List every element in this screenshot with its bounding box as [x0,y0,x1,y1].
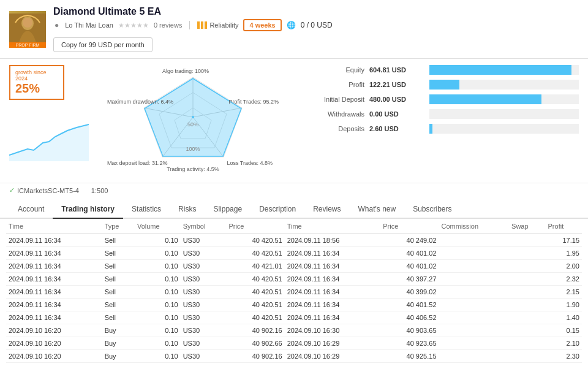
rel-bar-3 [205,21,207,29]
table-cell [509,247,545,260]
drawdown-label: Maximum drawdown: 6.4% [107,99,173,105]
profit-row: Profit 122.21 USD [297,80,579,90]
table-cell: 2024.09.11 16:34 [6,234,102,247]
table-body: 2024.09.11 16:34Sell0.10US3040 420.51202… [6,234,582,367]
growth-label: growth since 2024 [15,69,58,82]
tab-whats-new[interactable]: What's new [350,200,405,219]
table-row: 2024.09.11 16:34Sell0.10US3040 420.51202… [6,247,582,260]
table-cell: Buy [102,350,135,363]
table-cell: US30 [181,234,227,247]
table-row: 2024.09.11 16:34Sell0.10US3040 420.51202… [6,234,582,247]
table-cell: 40 421.01 [226,260,284,273]
table-cell [509,324,545,337]
currency-icon: 🌐 [287,21,296,29]
table-cell [439,299,510,311]
tab-reviews[interactable]: Reviews [304,200,349,219]
svg-text:50%: 50% [187,121,198,128]
table-cell: 2024.09.10 16:20 [6,363,102,367]
table-cell: 0.10 [135,299,181,311]
radar-svg: 50% 100% [101,65,285,169]
table-row: 2024.09.11 16:34Sell0.10US3040 420.51202… [6,273,582,286]
table-cell: US30 [181,311,227,324]
check-icon: ✓ [9,186,15,194]
table-cell: US30 [181,286,227,299]
table-cell: Sell [102,286,135,299]
table-cell: US30 [181,260,227,273]
table-cell: 17.15 [546,234,582,247]
table-cell: US30 [181,363,227,367]
weeks-badge[interactable]: 4 weeks [243,19,281,31]
table-cell: 0.10 [135,350,181,363]
table-cell: 2024.09.10 16:29 [285,337,381,350]
table-cell: 2024.09.11 16:34 [285,273,381,286]
tab-account[interactable]: Account [9,200,53,219]
table-cell: 40 397.27 [380,273,439,286]
server-name-container: ✓ ICMarketsSC-MT5-4 [9,186,79,194]
table-cell: 2024.09.10 16:20 [6,350,102,363]
initial-deposit-row: Initial Deposit 480.00 USD [297,94,579,104]
table-cell: 40 420.51 [226,286,284,299]
withdrawals-value: 0.00 USD [369,110,424,118]
table-cell [509,286,545,299]
table-cell: 40 420.51 [226,299,284,311]
table-cell: US30 [181,350,227,363]
withdrawals-bar-container [429,109,579,119]
table-cell [439,260,510,273]
header-section: PROP FIRM Diamond Ultimate 5 EA ● Lo Thi… [0,0,588,59]
stats-panel: Equity 604.81 USD Profit 122.21 USD Init… [297,65,579,177]
table-cell: 2024.09.10 16:20 [6,324,102,337]
withdrawals-row: Withdrawals 0.00 USD [297,109,579,119]
avatar-graphic [9,13,46,45]
deposits-value: 2.60 USD [369,125,424,132]
table-cell [439,311,510,324]
table-cell: 40 420.51 [226,273,284,286]
equity-row: Equity 604.81 USD [297,65,579,75]
equity-value: 604.81 USD [369,66,424,74]
tab-description[interactable]: Description [251,200,304,219]
table-cell: 40 420.51 [226,247,284,260]
table-cell: 2024.09.10 16:30 [285,324,381,337]
tab-trading-history[interactable]: Trading history [53,200,123,219]
profit-trades-label: Profit Trades: 95.2% [228,99,279,105]
table-cell: 2024.09.11 16:34 [285,299,381,311]
tab-risks[interactable]: Risks [170,200,205,219]
tab-slippage[interactable]: Slippage [205,200,251,219]
th-price-open: Price [226,219,284,234]
table-cell: Buy [102,324,135,337]
th-symbol: Symbol [181,219,227,234]
table-cell [509,273,545,286]
table-cell: 2.00 [546,260,582,273]
tab-subscribers[interactable]: Subscribers [404,200,460,219]
table-cell: 40 902.16 [226,350,284,363]
table-cell: US30 [181,299,227,311]
th-commission: Commission [439,219,510,234]
table-cell [509,363,545,367]
table-cell: 40 399.02 [380,286,439,299]
table-row: 2024.09.11 16:34Sell0.10US3040 420.51202… [6,286,582,299]
table-cell [509,260,545,273]
table-row: 2024.09.10 16:20Buy0.10US3040 902.662024… [6,337,582,350]
radar-area: 50% 100% Algo trading: 100% Profit Trade… [95,65,291,177]
table-cell: 2024.09.11 16:34 [6,311,102,324]
table-cell: Sell [102,299,135,311]
table-cell: 1.40 [546,311,582,324]
svg-point-2 [23,18,32,28]
table-row: 2024.09.10 16:20Buy0.10US3040 902.162024… [6,324,582,337]
copy-button[interactable]: Copy for 99 USD per month [53,37,153,52]
table-cell: 40 401.02 [380,260,439,273]
table-cell: 0.10 [135,324,181,337]
table-cell: 0.10 [135,234,181,247]
avatar-label: PROP FIRM [9,42,46,48]
svg-text:100%: 100% [186,146,200,152]
table-cell: 0.10 [135,247,181,260]
rel-bar-2 [201,21,203,29]
table-cell [439,363,510,367]
chart-svg [9,103,89,177]
table-cell: 40 420.51 [226,311,284,324]
currency-value: 0 / 0 USD [301,21,333,29]
tab-statistics[interactable]: Statistics [123,200,170,219]
table-cell: Sell [102,260,135,273]
table-cell: 2024.09.11 16:34 [285,247,381,260]
table-cell: 0.10 [135,311,181,324]
table-cell [439,286,510,299]
